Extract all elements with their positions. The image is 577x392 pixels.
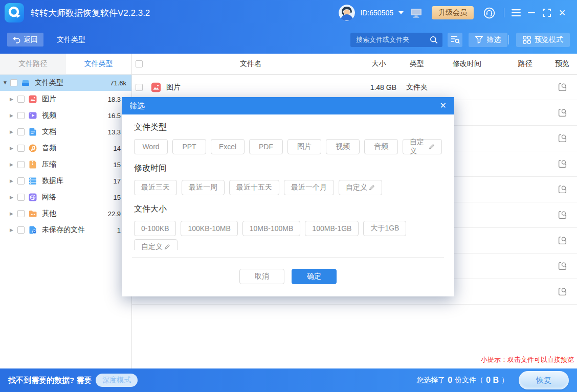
checkbox[interactable]	[10, 79, 17, 86]
filter-option-chip[interactable]: PDF	[249, 139, 283, 154]
caret-right-icon[interactable]: ▶	[10, 195, 17, 200]
filter-option-chip[interactable]: PPT	[172, 139, 206, 154]
checkbox[interactable]	[17, 161, 25, 168]
audio-icon	[28, 144, 38, 153]
checkbox[interactable]	[17, 96, 25, 103]
sidebar-item-document[interactable]: ▶文档13.3	[0, 124, 131, 140]
col-path[interactable]: 路径	[503, 59, 547, 68]
col-size[interactable]: 大小	[355, 59, 403, 68]
filter-option-chip[interactable]: 最近一周	[182, 180, 225, 195]
customer-service-icon[interactable]	[483, 7, 495, 19]
checkbox[interactable]	[17, 177, 25, 185]
upgrade-member-button[interactable]: 升级会员	[432, 6, 474, 19]
cancel-button[interactable]: 取消	[239, 269, 284, 284]
search-box[interactable]	[350, 33, 442, 47]
sidebar-item-video[interactable]: ▶视频16.5	[0, 107, 131, 124]
chip-label: Excel	[219, 143, 236, 151]
col-type[interactable]: 类型	[403, 59, 431, 68]
caret-right-icon[interactable]: ▶	[10, 113, 17, 118]
dialog-close-icon[interactable]: ✕	[440, 102, 447, 110]
tab-file-type[interactable]: 文件类型	[66, 54, 132, 74]
filter-option-chip[interactable]: Word	[134, 139, 168, 154]
col-modified[interactable]: 修改时间	[431, 59, 503, 68]
preview-icon[interactable]	[558, 210, 567, 220]
chevron-down-icon[interactable]	[398, 11, 404, 14]
sidebar-item-unsaved[interactable]: ▶未保存的文件1	[0, 222, 131, 238]
recover-button[interactable]: 恢复	[519, 371, 569, 389]
selected-suffix: ）	[501, 376, 508, 385]
col-file-name[interactable]: 文件名	[146, 59, 355, 68]
confirm-button[interactable]: 确定	[292, 269, 337, 284]
preview-icon[interactable]	[558, 185, 567, 194]
preview-icon[interactable]	[558, 236, 567, 245]
filter-option-chip[interactable]: 最近十五天	[229, 180, 279, 195]
sidebar-item-file-type[interactable]: ▼文件类型71.6k	[0, 75, 131, 91]
custom-option-chip[interactable]: 自定义	[403, 139, 442, 154]
tab-file-path[interactable]: 文件路径	[0, 54, 66, 74]
caret-right-icon[interactable]: ▶	[10, 179, 17, 183]
avatar[interactable]	[339, 5, 355, 21]
sidebar-item-image[interactable]: ▶图片18.3	[0, 91, 131, 107]
deep-mode-button[interactable]: 深度模式	[96, 374, 138, 387]
search-input[interactable]	[355, 35, 430, 44]
header: 转转大师数据恢复软件V2.2.3.2 ID:650505 升级会员	[0, 0, 577, 54]
preview-icon[interactable]	[558, 108, 567, 118]
custom-option-chip[interactable]: 自定义	[134, 239, 177, 250]
filter-option-chip[interactable]: 大于1GB	[363, 221, 406, 236]
select-all-checkbox[interactable]	[136, 60, 143, 67]
minimize-button[interactable]	[524, 5, 539, 20]
checkbox[interactable]	[17, 194, 25, 201]
filter-option-chip[interactable]: 音频	[364, 139, 398, 154]
back-button[interactable]: 返回	[7, 33, 43, 47]
close-button[interactable]: ✕	[554, 5, 570, 20]
table-header: 文件名 大小 类型 修改时间 路径 预览	[132, 54, 577, 75]
preview-icon[interactable]	[558, 261, 567, 271]
preview-icon[interactable]	[558, 159, 567, 169]
filter-button[interactable]: 筛选	[469, 33, 507, 47]
table-row[interactable]: 图片1.48 GB文件夹	[132, 75, 577, 100]
sidebar-item-network[interactable]: ▶网络15	[0, 189, 131, 205]
col-preview[interactable]: 预览	[547, 59, 577, 68]
checkbox[interactable]	[17, 128, 25, 135]
filter-option-chip[interactable]: 视频	[326, 139, 360, 154]
filter-option-chip[interactable]: 0-100KB	[134, 221, 176, 236]
preview-icon[interactable]	[558, 82, 567, 92]
filter-option-chip[interactable]: 图片	[287, 139, 321, 154]
custom-option-chip[interactable]: 自定义	[339, 180, 382, 195]
caret-right-icon[interactable]: ▶	[10, 228, 17, 233]
preview-icon[interactable]	[558, 287, 567, 296]
filter-option-chip[interactable]: 100MB-1GB	[305, 221, 359, 236]
filter-option-chip[interactable]: 100KB-10MB	[181, 221, 237, 236]
search-list-icon[interactable]	[448, 33, 462, 47]
maximize-button[interactable]	[539, 5, 554, 20]
sidebar-item-other[interactable]: ▶其他22.9	[0, 205, 131, 222]
toolbar: 返回 文件类型 筛选	[0, 26, 577, 54]
caret-right-icon[interactable]: ▶	[10, 130, 17, 134]
sidebar-item-audio[interactable]: ▶音频14	[0, 140, 131, 156]
sidebar-item-database[interactable]: ▶数据库17	[0, 173, 131, 189]
filter-option-chip[interactable]: 最近三天	[134, 180, 177, 195]
caret-right-icon[interactable]: ▶	[10, 163, 17, 167]
monitor-icon[interactable]	[410, 8, 422, 18]
preview-mode-button[interactable]: 预览模式	[516, 33, 570, 47]
selected-prefix: 您选择了	[416, 376, 445, 385]
preview-icon[interactable]	[558, 133, 567, 143]
row-checkbox[interactable]	[136, 84, 143, 91]
search-icon[interactable]	[430, 36, 438, 44]
menu-icon[interactable]	[508, 5, 524, 20]
checkbox[interactable]	[17, 226, 25, 234]
caret-right-icon[interactable]: ▶	[10, 97, 17, 102]
caret-down-icon[interactable]: ▼	[3, 80, 10, 85]
drive-icon	[21, 78, 31, 87]
checkbox[interactable]	[17, 145, 25, 152]
checkbox[interactable]	[17, 112, 25, 119]
caret-right-icon[interactable]: ▶	[10, 212, 17, 216]
sidebar-item-zip[interactable]: ▶压缩15	[0, 156, 131, 173]
filter-option-chip[interactable]: Excel	[211, 139, 245, 154]
network-icon	[28, 193, 38, 202]
filter-option-chip[interactable]: 最近一个月	[284, 180, 334, 195]
filter-option-chip[interactable]: 10MB-100MB	[242, 221, 301, 236]
checkbox[interactable]	[17, 210, 25, 217]
caret-right-icon[interactable]: ▶	[10, 146, 17, 151]
app-logo-icon	[4, 3, 25, 23]
